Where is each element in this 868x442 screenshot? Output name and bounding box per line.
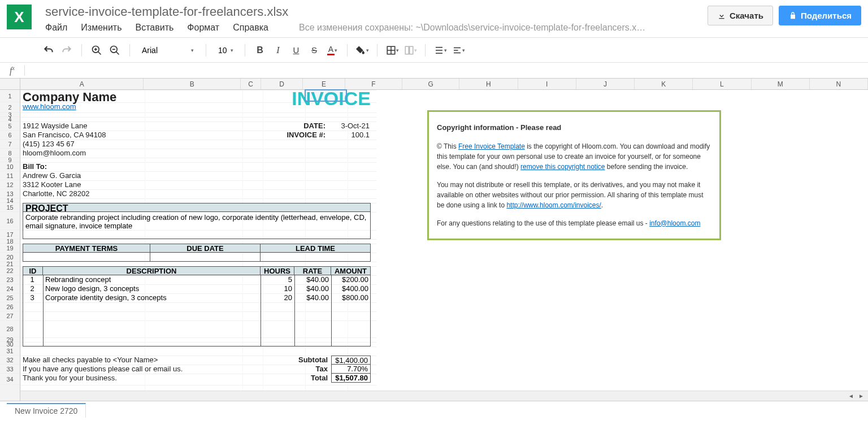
item-amount[interactable]: $400.00: [331, 284, 368, 293]
bill-to-label[interactable]: Bill To:: [23, 162, 47, 171]
row-header-34[interactable]: 34: [0, 374, 20, 385]
row-header-10[interactable]: 10: [0, 162, 20, 171]
bill-to-addr1[interactable]: 3312 Kooter Lane: [23, 180, 81, 189]
th-due[interactable]: DUE DATE: [150, 244, 261, 253]
col-header-N[interactable]: N: [810, 79, 868, 89]
row-header-23[interactable]: 23: [0, 275, 20, 284]
scroll-left-icon[interactable]: ◄: [847, 392, 856, 400]
col-header-K[interactable]: K: [635, 79, 693, 89]
row-header-30[interactable]: 30: [0, 342, 20, 346]
th-rate[interactable]: RATE: [294, 266, 331, 275]
borders-button[interactable]: [384, 42, 400, 58]
item-amount[interactable]: $200.00: [331, 275, 368, 284]
cells[interactable]: Company Name www.hloom.com INVOICE 1912 …: [20, 90, 868, 401]
th-payment[interactable]: PAYMENT TERMS: [23, 244, 150, 253]
document-title[interactable]: service-invoice-template-for-freelancers…: [45, 5, 708, 19]
footer2[interactable]: If you have any questions please call or…: [23, 365, 183, 373]
col-header-I[interactable]: I: [518, 79, 576, 89]
text-color-button[interactable]: A: [324, 42, 340, 58]
row-header-9[interactable]: 9: [0, 158, 20, 162]
menu-file[interactable]: Файл: [45, 23, 67, 33]
strikethrough-button[interactable]: S: [306, 42, 322, 58]
font-size-select[interactable]: 10: [213, 44, 238, 57]
menu-help[interactable]: Справка: [233, 23, 268, 33]
zoom-out-button[interactable]: [107, 42, 123, 58]
select-all-corner[interactable]: [0, 79, 20, 90]
italic-button[interactable]: I: [270, 42, 286, 58]
row-header-18[interactable]: 18: [0, 239, 20, 244]
item-rate[interactable]: $40.00: [294, 293, 329, 302]
halign-button[interactable]: [450, 42, 466, 58]
font-select[interactable]: Arial: [137, 44, 199, 57]
row-header-16[interactable]: 16: [0, 212, 20, 230]
merge-button[interactable]: [402, 42, 418, 58]
item-hours[interactable]: 20: [261, 293, 292, 302]
row-header-19[interactable]: 19: [0, 244, 20, 253]
row-header-22[interactable]: 22: [0, 266, 20, 275]
row-header-27[interactable]: 27: [0, 311, 20, 320]
item-desc[interactable]: Corporate identity design, 3 concepts: [45, 293, 167, 302]
invoice-num-value[interactable]: 100.1: [337, 131, 370, 139]
invoice-num-label[interactable]: INVOICE #:: [263, 131, 326, 139]
free-template-link[interactable]: Free Invoice Template: [458, 142, 525, 150]
row-header-33[interactable]: 33: [0, 365, 20, 374]
subtotal-value[interactable]: $1,400.00: [331, 356, 371, 365]
item-hours[interactable]: 10: [261, 284, 292, 293]
item-id[interactable]: 2: [24, 284, 41, 293]
bold-button[interactable]: B: [252, 42, 268, 58]
invoice-heading[interactable]: INVOICE: [269, 88, 371, 110]
zoom-in-button[interactable]: [89, 42, 105, 58]
bill-to-addr2[interactable]: Charlotte, NC 28202: [23, 189, 90, 198]
col-header-H[interactable]: H: [459, 79, 518, 89]
subtotal-label[interactable]: Subtotal: [286, 356, 328, 364]
row-header-4[interactable]: 4: [0, 117, 20, 122]
row-headers[interactable]: 1234567891011121314151617181920212223242…: [0, 90, 20, 401]
row-header-15[interactable]: 15: [0, 203, 20, 212]
item-rate[interactable]: $40.00: [294, 284, 329, 293]
row-header-5[interactable]: 5: [0, 122, 20, 131]
item-id[interactable]: 1: [24, 275, 41, 284]
project-header[interactable]: PROJECT: [23, 203, 371, 212]
row-header-7[interactable]: 7: [0, 140, 20, 149]
row-header-28[interactable]: 28: [0, 320, 20, 337]
th-hours[interactable]: HOURS: [261, 266, 294, 275]
item-desc[interactable]: Rebranding concept: [45, 275, 111, 284]
share-button[interactable]: Поделиться: [779, 6, 861, 25]
row-header-12[interactable]: 12: [0, 180, 20, 189]
total-value[interactable]: $1,507.80: [331, 374, 371, 383]
email[interactable]: hloom@hloom.com: [23, 149, 86, 157]
item-hours[interactable]: 5: [261, 275, 292, 284]
menu-insert[interactable]: Вставить: [136, 23, 174, 33]
website-link[interactable]: www.hloom.com: [23, 102, 76, 111]
col-header-B[interactable]: B: [144, 79, 241, 89]
item-amount[interactable]: $800.00: [331, 293, 368, 302]
total-label[interactable]: Total: [286, 374, 328, 382]
row-header-31[interactable]: 31: [0, 346, 20, 356]
col-header-G[interactable]: G: [402, 79, 459, 89]
tax-value[interactable]: 7.70%: [331, 365, 371, 374]
col-header-C[interactable]: C: [241, 79, 261, 89]
date-label[interactable]: DATE:: [263, 122, 326, 130]
footer1[interactable]: Make all checks payable to <Your Name>: [23, 356, 158, 364]
row-header-25[interactable]: 25: [0, 293, 20, 302]
footer3[interactable]: Thank you for your business.: [23, 374, 117, 382]
copyright-box[interactable]: Copyright information - Please read © Th…: [427, 110, 721, 240]
sheet-tab[interactable]: New Invoice 2720: [7, 403, 86, 418]
horizontal-scrollbar[interactable]: ◄ ►: [20, 391, 868, 401]
th-desc[interactable]: DESCRIPTION: [43, 266, 261, 275]
underline-button[interactable]: U: [288, 42, 304, 58]
col-header-A[interactable]: A: [20, 79, 144, 89]
info-email-link[interactable]: info@hloom.com: [649, 219, 700, 227]
row-header-21[interactable]: 21: [0, 262, 20, 266]
row-header-6[interactable]: 6: [0, 131, 20, 140]
date-value[interactable]: 3-Oct-21: [337, 122, 370, 130]
menu-format[interactable]: Формат: [187, 23, 219, 33]
valign-button[interactable]: [432, 42, 448, 58]
row-header-26[interactable]: 26: [0, 302, 20, 311]
menu-edit[interactable]: Изменить: [81, 23, 121, 33]
remove-notice-link[interactable]: remove this copyright notice: [520, 163, 605, 171]
scroll-right-icon[interactable]: ►: [857, 392, 866, 400]
column-headers[interactable]: ABCDEFGHIJKLMN: [20, 79, 868, 90]
col-header-J[interactable]: J: [576, 79, 635, 89]
redo-button[interactable]: [59, 42, 75, 58]
